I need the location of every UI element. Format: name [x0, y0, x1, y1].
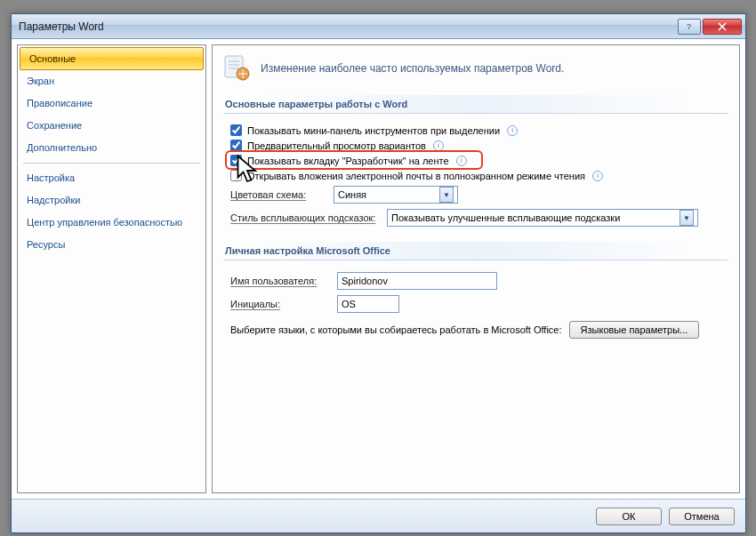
tooltip-style-row: Стиль всплывающих подсказок: Показывать … — [230, 206, 721, 229]
options-dialog: Параметры Word ? Основные Экран Правопис… — [11, 13, 746, 533]
language-prompt: Выберите языки, с которыми вы собираетес… — [230, 324, 562, 335]
checkbox-minipanel-label: Показывать мини-панель инструментов при … — [247, 125, 500, 136]
sidebar-item-resources[interactable]: Ресурсы — [18, 234, 205, 256]
color-scheme-label: Цветовая схема: — [230, 189, 328, 200]
checkbox-developer-label: Показывать вкладку "Разработчик" на лент… — [247, 156, 449, 166]
sidebar-item-trust-center[interactable]: Центр управления безопасностью — [18, 212, 205, 234]
color-scheme-row: Цветовая схема: Синяя ▼ — [230, 183, 721, 206]
checkbox-livepreview[interactable] — [230, 140, 242, 151]
tooltip-style-value: Показывать улучшенные всплывающие подска… — [391, 212, 620, 223]
checkbox-fullscreen-label: Открывать вложения электронной почты в п… — [247, 171, 585, 181]
language-settings-button[interactable]: Языковые параметры... — [569, 321, 700, 339]
panel-header: Изменение наиболее часто используемых па… — [223, 54, 728, 83]
titlebar: Параметры Word ? — [12, 14, 745, 39]
info-icon[interactable]: i — [592, 171, 603, 181]
cancel-button[interactable]: Отмена — [669, 508, 735, 525]
close-button[interactable] — [703, 19, 742, 35]
checkbox-developer[interactable] — [230, 155, 242, 166]
language-row: Выберите языки, с которыми вы собираетес… — [230, 316, 721, 339]
chevron-down-icon: ▼ — [439, 187, 454, 203]
dialog-footer: ОК Отмена — [12, 499, 745, 532]
info-icon[interactable]: i — [456, 156, 467, 166]
section-personal: Имя пользователя: Инициалы: Выберите язы… — [223, 269, 728, 351]
info-icon[interactable]: i — [507, 125, 518, 136]
settings-panel: Изменение наиболее часто используемых па… — [212, 44, 740, 493]
checkbox-minipanel[interactable] — [230, 124, 242, 136]
chevron-down-icon: ▼ — [680, 210, 694, 226]
help-button[interactable]: ? — [678, 19, 701, 35]
close-icon — [718, 22, 727, 31]
sidebar-item-save[interactable]: Сохранение — [18, 115, 205, 137]
username-label: Имя пользователя: — [230, 276, 332, 286]
checkbox-developer-row: Показывать вкладку "Разработчик" на лент… — [230, 153, 721, 168]
username-input[interactable] — [337, 272, 497, 290]
section-personal-heading: Личная настройка Microsoft Office — [223, 242, 728, 260]
color-scheme-value: Синяя — [338, 189, 366, 200]
initials-row: Инициалы: — [230, 292, 721, 316]
tooltip-style-label: Стиль всплывающих подсказок: — [230, 212, 382, 223]
color-scheme-combo[interactable]: Синяя ▼ — [334, 186, 458, 204]
checkbox-livepreview-label: Предварительный просмотр вариантов — [247, 140, 426, 151]
section-general-heading: Основные параметры работы с Word — [223, 95, 728, 114]
sidebar-separator — [23, 163, 200, 164]
svg-text:?: ? — [687, 22, 691, 31]
window-controls: ? — [678, 19, 742, 35]
sidebar-item-advanced[interactable]: Дополнительно — [18, 137, 205, 159]
username-row: Имя пользователя: — [230, 269, 721, 292]
window-title: Параметры Word — [19, 20, 678, 33]
dialog-content: Основные Экран Правописание Сохранение Д… — [12, 39, 745, 499]
section-general: Показывать мини-панель инструментов при … — [223, 123, 728, 242]
sidebar-item-display[interactable]: Экран — [18, 70, 205, 92]
initials-input[interactable] — [337, 295, 399, 313]
initials-label: Инициалы: — [230, 299, 332, 309]
category-sidebar: Основные Экран Правописание Сохранение Д… — [17, 44, 206, 493]
settings-icon — [223, 54, 252, 83]
info-icon[interactable]: i — [433, 140, 444, 151]
help-icon: ? — [685, 22, 694, 31]
tooltip-style-combo[interactable]: Показывать улучшенные всплывающие подска… — [387, 209, 698, 227]
checkbox-livepreview-row: Предварительный просмотр вариантов i — [230, 138, 721, 153]
sidebar-item-customize[interactable]: Настройка — [18, 167, 205, 189]
checkbox-fullscreen-row: Открывать вложения электронной почты в п… — [230, 168, 721, 183]
sidebar-item-addins[interactable]: Надстройки — [18, 189, 205, 212]
sidebar-item-general[interactable]: Основные — [20, 47, 204, 70]
checkbox-fullscreen[interactable] — [230, 170, 242, 181]
panel-header-text: Изменение наиболее часто используемых па… — [261, 62, 564, 75]
checkbox-minipanel-row: Показывать мини-панель инструментов при … — [230, 123, 721, 138]
sidebar-item-proofing[interactable]: Правописание — [18, 92, 205, 115]
ok-button[interactable]: ОК — [596, 508, 662, 525]
